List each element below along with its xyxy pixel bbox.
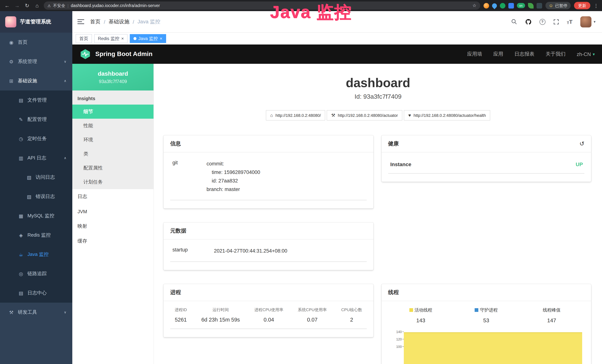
process-col-3: 系统CPU使用率0.07: [296, 307, 328, 322]
help-icon[interactable]: [539, 19, 545, 25]
sba-sidebar-other-item-3[interactable]: 缓存: [72, 234, 153, 248]
forward-icon[interactable]: →: [14, 3, 20, 9]
hamburger-icon[interactable]: [77, 19, 84, 24]
search-icon[interactable]: [511, 19, 517, 25]
sba-sidebar-other-item-1[interactable]: JVM: [72, 204, 153, 219]
sidebar-item-1[interactable]: ⚙系统管理∨: [0, 52, 72, 71]
instance-link-1[interactable]: ⚒http://192.168.0.2:48080/actuator: [327, 110, 402, 120]
update-button[interactable]: 更新: [574, 2, 590, 9]
process-card-title: 进程: [170, 289, 181, 296]
drop-extension-icon[interactable]: [491, 2, 498, 9]
threads-legend-value: 147: [519, 317, 584, 323]
user-avatar-dropdown[interactable]: ▾: [580, 16, 595, 27]
breadcrumb-item-1[interactable]: 基础设施: [109, 18, 129, 25]
sidebar-item-10[interactable]: ◈Redis 监控: [0, 225, 72, 245]
tab-label: Java 监控: [138, 35, 158, 42]
edit-icon: ✎: [18, 117, 24, 122]
instance-title: dashboard: [154, 76, 602, 90]
sidebar-item-4[interactable]: ✎配置管理: [0, 110, 72, 129]
instance-link-2[interactable]: ♥http://192.168.0.2:48080/actuator/healt…: [404, 110, 490, 120]
legend-text: 活动线程: [415, 307, 432, 313]
github-icon[interactable]: [525, 18, 532, 25]
info-line-0: commit:: [206, 160, 260, 168]
sidebar-item-13[interactable]: ▤日志中心: [0, 283, 72, 303]
history-icon[interactable]: ↺: [579, 140, 584, 147]
process-col-value: 2: [341, 317, 362, 322]
logo-image: [5, 16, 16, 27]
info-line-1: time: 1596289704000: [212, 168, 260, 177]
sidebar-item-label: API 日志: [27, 155, 46, 161]
sba-instance-header[interactable]: dashboard 93a3fc7f7409: [72, 64, 153, 90]
switch-on-extension-icon[interactable]: on: [517, 3, 525, 8]
font-size-icon[interactable]: [567, 19, 572, 25]
reload-icon[interactable]: ↻: [24, 3, 30, 9]
bookmark-star-icon[interactable]: ☆: [473, 3, 476, 8]
app-title: 芋道管理系统: [20, 19, 51, 25]
locale-select[interactable]: zh-CN▾: [577, 51, 595, 57]
sba-nav-item-3[interactable]: 关于我们: [546, 51, 566, 57]
sba-sidebar-item-1[interactable]: 性能: [72, 119, 153, 133]
fullscreen-icon[interactable]: [553, 19, 559, 25]
sidebar-item-14[interactable]: ⚒研发工具∨: [0, 303, 72, 322]
dashboard-icon: ◉: [8, 40, 14, 45]
breadcrumb-item-0[interactable]: 首页: [90, 18, 100, 25]
sba-sidebar-item-2[interactable]: 环境: [72, 133, 153, 147]
instance-link-url: http://192.168.0.2:48080/actuator/health: [413, 113, 486, 118]
green-extension-icon[interactable]: [500, 3, 505, 8]
smiley-icon: ☺: [548, 3, 553, 8]
instance-link-0[interactable]: ⌂http://192.168.0.2:48080/: [266, 110, 325, 120]
paused-badge[interactable]: ☺ 已暂停: [545, 2, 571, 9]
tab-1[interactable]: Redis 监控×: [94, 34, 128, 43]
sba-sidebar-item-0[interactable]: 细节: [72, 105, 153, 119]
sidebar-item-7[interactable]: ▧访问日志: [0, 168, 72, 187]
threads-legend-value: 143: [388, 317, 453, 323]
admin-sidebar: 芋道管理系统 ◉首页⚙系统管理∨⊞基础设施∧▤文件管理✎配置管理◷定时任务▥AP…: [0, 11, 72, 364]
sidebar-item-12[interactable]: ◎链路追踪: [0, 264, 72, 283]
sba-sidebar-other-item-2[interactable]: 映射: [72, 219, 153, 234]
breadcrumb-separator: /: [133, 19, 134, 25]
threads-chart-plot: [404, 330, 582, 364]
dark-extension-icon[interactable]: [536, 3, 542, 8]
leaf-extension-icon[interactable]: [528, 3, 533, 8]
sba-nav-item-2[interactable]: 日志报表: [514, 51, 534, 57]
tab-close-icon[interactable]: ×: [121, 36, 124, 41]
tab-0[interactable]: 首页: [76, 34, 92, 43]
app-logo[interactable]: 芋道管理系统: [0, 11, 72, 33]
tab-close-icon[interactable]: ×: [160, 36, 162, 41]
chevron-up-icon: ∧: [64, 156, 66, 160]
process-col-1: 运行时间6d 23h 15m 59s: [200, 307, 241, 322]
sba-sidebar-item-5[interactable]: 计划任务: [72, 175, 153, 189]
threads-legend-label: 守护进程: [453, 307, 519, 313]
sidebar-item-6[interactable]: ▥API 日志∧: [0, 148, 72, 168]
sba-nav-item-1[interactable]: 应用: [493, 51, 503, 57]
sidebar-item-9[interactable]: ▦MySQL 监控: [0, 206, 72, 225]
sidebar-item-3[interactable]: ▤文件管理: [0, 90, 72, 110]
header-actions: ▾: [511, 16, 595, 27]
warning-icon: ⚠: [47, 3, 51, 8]
grid-extension-icon[interactable]: [508, 3, 514, 8]
sba-brand[interactable]: Spring Boot Admin: [95, 50, 153, 58]
breadcrumb: 首页/基础设施/Java 监控: [90, 18, 160, 25]
sidebar-item-5[interactable]: ◷定时任务: [0, 129, 72, 148]
sba-sidebar-item-4[interactable]: 配置属性: [72, 161, 153, 175]
browser-menu-kebab-icon[interactable]: ⋮: [594, 3, 599, 8]
tab-2[interactable]: Java 监控×: [130, 34, 166, 43]
doc-icon: ▧: [26, 174, 32, 180]
sidebar-item-2[interactable]: ⊞基础设施∧: [0, 71, 72, 90]
sidebar-item-11[interactable]: ☕Java 监控: [0, 245, 72, 264]
sidebar-item-8[interactable]: ▧错误日志: [0, 187, 72, 206]
threads-chart: 140120100: [388, 330, 584, 364]
sba-sidebar-item-3[interactable]: 类: [72, 147, 153, 161]
address-bar[interactable]: ⚠ 不安全 | dashboard.yudao.iocoder.cn/infra…: [44, 1, 480, 10]
info-line-3: branch: master: [206, 185, 260, 194]
redis-icon: ◈: [18, 232, 24, 238]
fox-extension-icon[interactable]: [483, 3, 489, 8]
legend-text: 线程峰值: [543, 307, 561, 313]
sba-sidebar-other-item-0[interactable]: 日志: [72, 189, 153, 204]
sba-nav-item-0[interactable]: 应用墙: [467, 51, 482, 57]
browser-home-icon[interactable]: ⌂: [34, 3, 40, 9]
locale-caret-icon: ▾: [593, 52, 595, 57]
back-icon[interactable]: ←: [4, 3, 10, 9]
legend-swatch-icon: [475, 308, 479, 312]
sidebar-item-0[interactable]: ◉首页: [0, 33, 72, 52]
